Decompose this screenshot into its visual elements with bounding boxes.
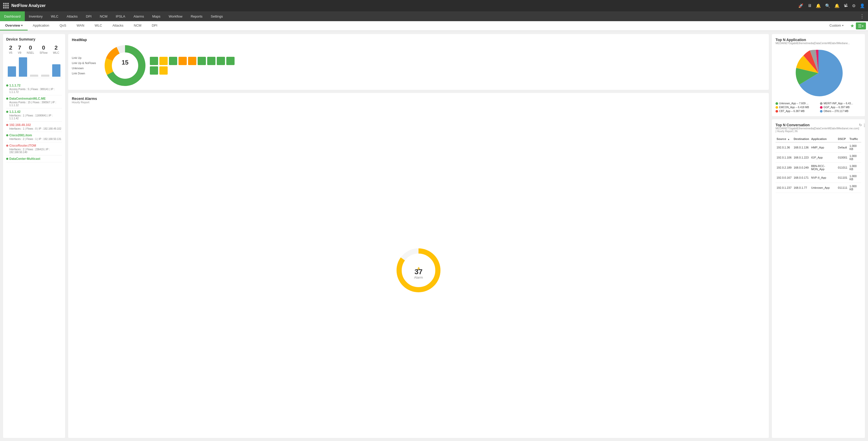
heatmap-cell[interactable] (159, 66, 168, 74)
table-row[interactable]: 192.0.1.237 168.0.1.77 Unknown_App 01111… (776, 183, 861, 193)
heatmap-cell[interactable] (179, 57, 187, 65)
device-detail: Interfaces : 2 | Flows : 236415 | IP : 1… (9, 148, 62, 154)
conv-title: Top N Conversation (776, 123, 859, 127)
gear-icon[interactable]: ⚙ (852, 3, 856, 8)
nav-item-inventory[interactable]: Inventory (25, 11, 47, 21)
nav-more-button[interactable]: ⋮ (856, 11, 868, 21)
device-bar-chart (6, 57, 62, 78)
bell-outline-icon[interactable]: 🔔 (816, 3, 821, 8)
sub-item-attacks[interactable]: Attacks (107, 21, 129, 30)
cell-traffic: 1.000 KB (848, 173, 861, 183)
list-item[interactable]: 192.168.49.102 Interfaces : 1 | Flows : … (6, 122, 62, 132)
cell-source: 192.0.2.189 (776, 163, 793, 173)
heatmap-cell[interactable] (169, 57, 177, 65)
cell-dscp: Default (837, 142, 848, 153)
device-name-cisco2081: Cisco2081.itom (6, 133, 62, 137)
nav-item-settings[interactable]: Settings (207, 11, 227, 21)
export-icon[interactable]: ⬜ (864, 123, 865, 127)
favorite-star-button[interactable]: ★ (850, 23, 854, 29)
heatmap-cell[interactable] (226, 57, 235, 65)
center-panel: HeatMap Link Up Link Up & NoFlows Unknow… (68, 34, 769, 438)
nav-item-dpi[interactable]: DPI (82, 11, 96, 21)
nav-item-dashboard[interactable]: Dashboard (0, 11, 25, 21)
legend-dot-red (776, 110, 778, 113)
heatmap-cell[interactable] (188, 57, 196, 65)
cell-dest: 168.0.1.136 (793, 142, 810, 153)
app-grid-icon[interactable] (3, 3, 9, 8)
table-row[interactable]: 192.0.1.36 168.0.1.136 HMP_App Default 1… (776, 142, 861, 153)
sub-item-dpi[interactable]: DPI (147, 21, 162, 30)
rocket-icon[interactable]: 🚀 (798, 3, 803, 8)
nav-item-reports[interactable]: Reports (187, 11, 207, 21)
add-widget-button[interactable]: ☰+ (856, 23, 866, 29)
sub-item-overview[interactable]: Overview ▾ (0, 21, 28, 30)
nav-item-ncm[interactable]: NCM (96, 11, 112, 21)
brand-title: NetFlow Analyzer (11, 3, 798, 8)
legend-dot-gray (820, 102, 823, 105)
bar-wlc (52, 64, 60, 77)
stat-v9-label: V9 (18, 51, 21, 54)
bar-v9 (19, 57, 27, 77)
table-row[interactable]: 192.0.0.167 168.0.0.171 NVP-II_App 01110… (776, 173, 861, 183)
col-header-application[interactable]: Application (810, 136, 837, 142)
heatmap-cell[interactable] (217, 57, 225, 65)
col-header-source[interactable]: Source ▲ (776, 136, 793, 142)
col-header-traffic[interactable]: Traffic (848, 136, 861, 142)
device-name-192.168.49.102: 192.168.49.102 (6, 123, 62, 127)
nav-item-ipsla[interactable]: IPSLA (112, 11, 129, 21)
heatmap-panel: HeatMap Link Up Link Up & NoFlows Unknow… (68, 34, 769, 90)
nav-item-wlc[interactable]: WLC (47, 11, 63, 21)
list-item[interactable]: Cisco2081.itom Interfaces : 2 | Flows : … (6, 132, 62, 142)
heatmap-cell[interactable] (150, 66, 158, 74)
device-list: 1.1.1.72 Access Points : 5 | Flows : 389… (6, 82, 62, 162)
film-icon[interactable]: 📽 (844, 3, 848, 8)
nav-item-maps[interactable]: Maps (148, 11, 164, 21)
legend-linkdown: Link Down (72, 72, 100, 75)
nav-item-alarms[interactable]: Alarms (129, 11, 148, 21)
list-item[interactable]: DataCenter-Multicast (6, 155, 62, 162)
list-item[interactable]: 1.1.1.72 Access Points : 5 | Flows : 389… (6, 82, 62, 95)
sub-item-wan[interactable]: WAN (71, 21, 89, 30)
heatmap-grid (150, 57, 765, 74)
table-row[interactable]: 192.0.1.106 168.0.1.223 IGP_App 010001 1… (776, 153, 861, 163)
col-header-destination[interactable]: Destination (793, 136, 810, 142)
refresh-icon[interactable]: ↻ (859, 123, 862, 127)
heatmap-cell[interactable] (197, 57, 206, 65)
stat-wlc-label: WLC (53, 51, 59, 54)
legend-unknown: Unknown (72, 67, 100, 70)
cell-source: 192.0.1.106 (776, 153, 793, 163)
status-dot-green (6, 158, 8, 160)
topn-conversation-panel: Top N Conversation MEDIANETGigabitEthern… (772, 119, 865, 438)
table-row[interactable]: 192.0.2.189 168.0.0.249 BBN-RCC-MON_App … (776, 163, 861, 173)
list-item[interactable]: DataCentremainWLC.ME Access Points : 15 … (6, 95, 62, 108)
list-item[interactable]: CiscoRouter.ITOM Interfaces : 2 | Flows … (6, 142, 62, 155)
legend-emcon-app: EMCON_App -- 6.418 MB (776, 106, 817, 109)
user-icon[interactable]: 👤 (860, 3, 865, 8)
sub-item-ncm[interactable]: NCM (129, 21, 147, 30)
nav-item-attacks[interactable]: Attacks (63, 11, 82, 21)
device-name-datacenter: DataCentremainWLC.ME (6, 97, 62, 100)
alarm-donut-container: 🔔 37 Alarm (72, 106, 765, 434)
cell-source: 192.0.1.237 (776, 183, 793, 193)
sub-item-wlc[interactable]: WLC (89, 21, 107, 30)
heatmap-cell[interactable] (207, 57, 215, 65)
right-panels: Top N Application MEDIANETGigabitEtherne… (772, 34, 865, 438)
sub-item-custom[interactable]: Custom ▾ (824, 24, 848, 28)
chevron-down-icon-custom: ▾ (842, 24, 843, 27)
heatmap-cell[interactable] (150, 57, 158, 65)
legend-dot-green (776, 102, 778, 105)
heatmap-cell[interactable] (159, 57, 168, 65)
list-item[interactable]: 1.1.1.42 Interfaces : 1 | Flows : 116906… (6, 108, 62, 122)
svg-text:37: 37 (414, 268, 423, 276)
device-detail: Interfaces : 2 | Flows : 1 | IP : 192.16… (9, 137, 62, 140)
sub-item-qos[interactable]: QoS (54, 21, 71, 30)
cell-dscp: 011111 (837, 183, 848, 193)
sub-item-application[interactable]: Application (28, 21, 55, 30)
monitor-icon[interactable]: 🖥 (808, 3, 812, 8)
search-icon[interactable]: 🔍 (825, 3, 830, 8)
cell-traffic: 1.000 KB (848, 183, 861, 193)
col-header-dscp[interactable]: DSCP (837, 136, 848, 142)
nav-item-workflow[interactable]: Workflow (164, 11, 187, 21)
stat-v9-count: 7 (18, 44, 21, 51)
alert-bell-icon[interactable]: 🔔 (834, 3, 840, 8)
